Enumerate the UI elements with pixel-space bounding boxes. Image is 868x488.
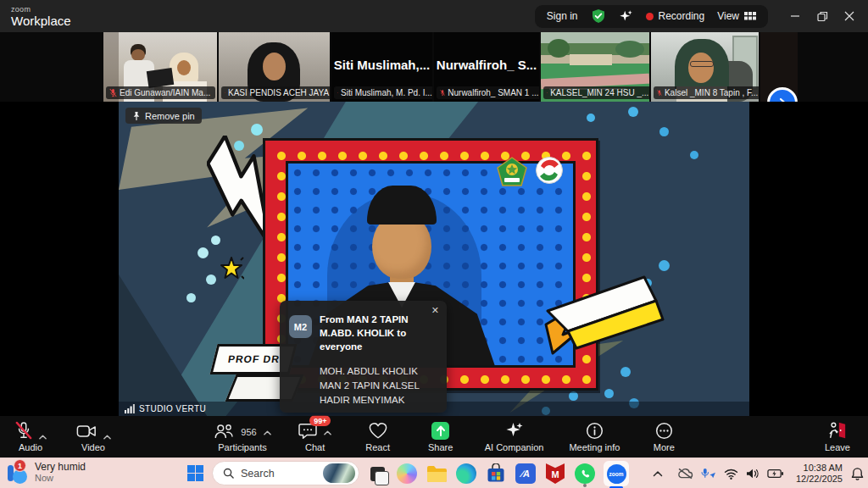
- chevron-up-icon[interactable]: [264, 430, 271, 435]
- search-highlight-image: [323, 463, 355, 483]
- photo-shape: [615, 41, 644, 58]
- taskbar-search[interactable]: Search: [212, 461, 359, 485]
- chevron-up-icon[interactable]: [39, 435, 47, 440]
- chevron-up-icon[interactable]: [103, 435, 111, 440]
- photo-shape: [688, 53, 714, 83]
- meeting-info-button[interactable]: Meeting info: [569, 421, 620, 452]
- info-icon: [586, 422, 604, 440]
- restore-button[interactable]: [809, 0, 836, 32]
- ai-companion-label: AI Companion: [485, 442, 544, 452]
- participant-name-tag: KALSEL_MIN 24 HSU _...: [543, 86, 649, 99]
- participant-tile-2[interactable]: KASI PENDIS ACEH JAYA: [219, 32, 330, 102]
- notification-bell-icon[interactable]: [850, 467, 865, 480]
- deco-dot: [186, 293, 196, 302]
- recording-indicator[interactable]: Recording: [646, 10, 705, 22]
- muted-mic-icon: [547, 88, 548, 97]
- meeting-toolbar: Audio Video 956: [0, 416, 868, 458]
- react-label: React: [365, 442, 390, 452]
- participant-name-tag: Kalsel _MIN 8 Tapin , F...: [654, 86, 759, 99]
- search-placeholder: Search: [241, 468, 316, 480]
- share-button[interactable]: Share: [422, 421, 459, 452]
- more-ellipsis-icon: [655, 422, 673, 440]
- copilot-icon[interactable]: [396, 463, 418, 485]
- search-icon: [223, 468, 234, 479]
- whatsapp-icon[interactable]: [574, 463, 596, 485]
- mcafee-icon[interactable]: M: [544, 463, 566, 485]
- taskbar-clock[interactable]: 10:38 AM 12/22/2025: [792, 463, 843, 485]
- participant-name: Siti Muslimah, M. Pd. I...: [341, 88, 432, 97]
- pin-icon: [132, 111, 141, 121]
- chat-label: Chat: [305, 442, 325, 452]
- view-button[interactable]: View: [717, 10, 756, 22]
- main-stage: PROF DR Remove pin STUDIO VERTU ✕ M2 Fro…: [0, 102, 868, 416]
- photo-shape: [570, 54, 612, 65]
- screen: { "window": { "logo_small": "zoom", "log…: [0, 0, 868, 488]
- studio-name-label: STUDIO VERTU: [139, 404, 206, 413]
- participant-tile-3[interactable]: Siti Muslimah,... Siti Muslimah, M. Pd. …: [331, 32, 432, 102]
- video-button[interactable]: Video: [75, 421, 112, 452]
- muted-mic-icon: [109, 88, 117, 97]
- view-grid-icon: [744, 11, 756, 21]
- participants-label: Participants: [218, 442, 266, 452]
- tray-overflow-chevron-icon[interactable]: [653, 470, 663, 477]
- security-shield-icon[interactable]: [591, 8, 606, 24]
- more-button[interactable]: More: [645, 421, 682, 452]
- remove-pin-button[interactable]: Remove pin: [125, 108, 202, 124]
- leave-button[interactable]: Leave: [819, 421, 856, 452]
- blue-a-app-icon[interactable]: ∕A: [515, 463, 537, 485]
- edge-browser-icon[interactable]: [455, 463, 477, 485]
- logo-workplace-text: Workplace: [11, 14, 71, 27]
- chat-button[interactable]: 99+ Chat: [297, 421, 334, 452]
- participant-tile-4[interactable]: Nurwalfiroh_ S... Nurwalfiroh_ SMAN 1 ..…: [434, 32, 539, 102]
- partner-round-logo: [535, 156, 564, 185]
- onedrive-paused-icon[interactable]: [677, 468, 693, 480]
- participant-name: KASI PENDIS ACEH JAYA: [228, 88, 329, 97]
- weather-widget[interactable]: 1 Very humid Now: [7, 462, 86, 484]
- participant-tile-6[interactable]: Kalsel _MIN 8 Tapin , F...: [651, 32, 759, 102]
- microsoft-store-icon[interactable]: [485, 463, 507, 485]
- leave-meeting-icon: [827, 421, 848, 440]
- recording-dot-icon: [646, 13, 654, 20]
- share-screen-icon: [431, 422, 449, 440]
- participant-tile-5[interactable]: KALSEL_MIN 24 HSU _...: [541, 32, 649, 102]
- share-label: Share: [428, 442, 453, 452]
- ai-sparkle-icon[interactable]: [619, 9, 633, 24]
- pinned-video[interactable]: PROF DR Remove pin STUDIO VERTU ✕ M2 Fro…: [119, 102, 749, 416]
- start-button[interactable]: [186, 464, 204, 482]
- volume-icon[interactable]: [746, 468, 760, 480]
- leave-label: Leave: [825, 442, 850, 452]
- participant-name-tag: Siti Muslimah, M. Pd. I...: [334, 86, 432, 99]
- muted-mic-icon: [337, 88, 338, 97]
- participant-name: Nurwalfiroh_ SMAN 1 ...: [448, 88, 538, 97]
- minimize-button[interactable]: [782, 0, 809, 32]
- participants-count: 956: [241, 427, 256, 437]
- chevron-up-icon[interactable]: [324, 430, 331, 435]
- participant-filmstrip: Edi Gunawan/IAIN Ma... KASI PENDIS ACEH …: [0, 32, 868, 102]
- task-view-icon[interactable]: [366, 463, 388, 485]
- notification-count-badge: 1: [14, 459, 26, 472]
- react-button[interactable]: React: [359, 421, 397, 452]
- close-button[interactable]: [836, 0, 863, 32]
- mic-location-icon[interactable]: [701, 468, 716, 480]
- deco-dot: [569, 391, 578, 401]
- audio-button[interactable]: Audio: [12, 421, 49, 452]
- battery-icon[interactable]: [767, 469, 784, 479]
- file-explorer-icon[interactable]: [426, 463, 448, 485]
- remove-pin-label: Remove pin: [145, 111, 195, 121]
- photo-shape: [177, 60, 191, 75]
- titlebar-controls: Sign in Recording View: [535, 5, 768, 28]
- zoom-app-icon[interactable]: zoom: [604, 461, 629, 486]
- sign-in-button[interactable]: Sign in: [547, 10, 578, 22]
- wifi-icon[interactable]: [724, 469, 738, 480]
- participants-icon: [214, 423, 234, 440]
- popup-close-icon[interactable]: ✕: [431, 305, 439, 316]
- deco-dot: [587, 114, 595, 122]
- lightning-bolt-right: [541, 275, 668, 356]
- ai-companion-button[interactable]: AI Companion: [485, 421, 544, 452]
- speaker-peci-cap: [367, 186, 437, 225]
- participant-tile-1[interactable]: Edi Gunawan/IAIN Ma...: [103, 32, 217, 102]
- participants-button[interactable]: 956 Participants: [214, 421, 270, 452]
- chat-notification-popup[interactable]: ✕ M2 From MAN 2 TAPIN M.ABD. KHOLIK to e…: [280, 301, 447, 413]
- muted-mic-icon: [225, 88, 225, 97]
- deco-dot: [198, 247, 209, 258]
